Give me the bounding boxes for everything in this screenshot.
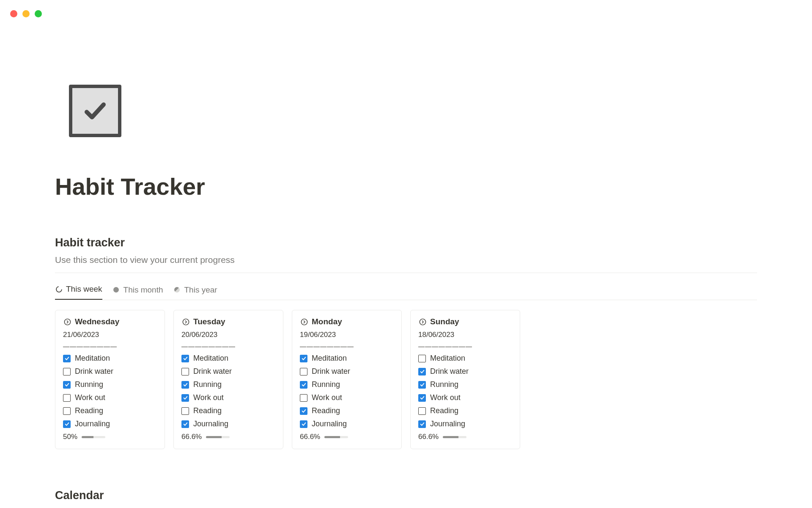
day-card[interactable]: Sunday18/06/2023————————MeditationDrink …: [410, 310, 520, 449]
habit-row: Drink water: [300, 367, 394, 376]
habit-row: Meditation: [418, 354, 512, 363]
habit-checkbox[interactable]: [300, 407, 307, 415]
tab-label: This month: [123, 285, 163, 295]
progress-bar: [443, 436, 466, 438]
habit-checkbox[interactable]: [418, 394, 426, 402]
habit-row: Running: [181, 380, 275, 389]
habit-checkbox[interactable]: [300, 368, 307, 375]
close-window-button[interactable]: [10, 10, 17, 17]
habit-checkbox[interactable]: [181, 407, 189, 415]
habit-checkbox[interactable]: [418, 381, 426, 389]
card-day-name: Tuesday: [193, 317, 225, 326]
card-day-name: Wednesday: [75, 317, 119, 326]
chevron-circle-icon: [300, 318, 308, 326]
habit-row: Work out: [63, 393, 157, 402]
card-date: 21/06/2023: [63, 331, 157, 339]
day-cards-row: Wednesday21/06/2023————————MeditationDri…: [55, 310, 520, 449]
page-icon-checkbox[interactable]: [69, 85, 121, 137]
habit-label: Reading: [75, 406, 103, 415]
habit-label: Journaling: [430, 420, 465, 428]
habit-label: Meditation: [75, 354, 110, 363]
progress-row: 66.6%: [181, 433, 275, 441]
card-day-name: Sunday: [430, 317, 459, 326]
habit-row: Journaling: [63, 420, 157, 428]
habit-label: Work out: [75, 393, 105, 402]
habit-checkbox[interactable]: [300, 420, 307, 428]
habit-row: Reading: [63, 406, 157, 415]
card-day-name: Monday: [312, 317, 342, 326]
habit-checkbox[interactable]: [181, 355, 189, 362]
section-divider: [55, 273, 757, 273]
habit-label: Drink water: [193, 367, 232, 376]
tab-this-year[interactable]: This year: [173, 285, 217, 300]
card-header: Sunday: [418, 317, 512, 326]
tab-label: This week: [66, 284, 102, 294]
tab-this-month[interactable]: This month: [112, 285, 163, 300]
habit-row: Journaling: [181, 420, 275, 428]
habit-label: Reading: [193, 406, 222, 415]
card-date: 18/06/2023: [418, 331, 512, 339]
habit-checkbox[interactable]: [63, 381, 71, 389]
chevron-circle-icon: [181, 318, 190, 326]
habit-label: Meditation: [193, 354, 228, 363]
habit-label: Work out: [193, 393, 224, 402]
card-header: Wednesday: [63, 317, 157, 326]
habit-checkbox[interactable]: [418, 407, 426, 415]
habit-checkbox[interactable]: [63, 407, 71, 415]
circle-icon: [112, 286, 120, 294]
habit-checkbox[interactable]: [300, 381, 307, 389]
progress-fill: [324, 436, 340, 438]
habit-row: Running: [418, 380, 512, 389]
svg-point-3: [301, 319, 307, 325]
minimize-window-button[interactable]: [22, 10, 30, 17]
habit-checkbox[interactable]: [181, 368, 189, 375]
habit-checkbox[interactable]: [300, 355, 307, 362]
day-card[interactable]: Wednesday21/06/2023————————MeditationDri…: [55, 310, 165, 449]
habit-checkbox[interactable]: [181, 420, 189, 428]
habit-row: Drink water: [63, 367, 157, 376]
habit-label: Running: [430, 380, 458, 389]
card-text-divider: ————————: [181, 342, 275, 350]
habit-label: Meditation: [312, 354, 347, 363]
habit-checkbox[interactable]: [63, 368, 71, 375]
habit-label: Reading: [312, 406, 340, 415]
view-tabs: This weekThis monthThis year: [55, 284, 217, 300]
habit-row: Journaling: [300, 420, 394, 428]
habit-row: Work out: [181, 393, 275, 402]
habit-checkbox[interactable]: [181, 394, 189, 402]
progress-bar: [82, 436, 105, 438]
habit-checkbox[interactable]: [63, 394, 71, 402]
habit-label: Drink water: [312, 367, 350, 376]
habit-checkbox[interactable]: [418, 368, 426, 375]
habit-row: Meditation: [63, 354, 157, 363]
habit-row: Work out: [418, 393, 512, 402]
progress-percent: 66.6%: [300, 433, 320, 441]
maximize-window-button[interactable]: [35, 10, 42, 17]
svg-point-0: [56, 287, 62, 292]
habit-row: Running: [300, 380, 394, 389]
tab-this-week[interactable]: This week: [55, 284, 102, 300]
chevron-circle-icon: [418, 318, 427, 326]
card-text-divider: ————————: [300, 342, 394, 350]
window-traffic-lights: [10, 10, 42, 17]
habit-checkbox[interactable]: [300, 394, 307, 402]
habit-label: Journaling: [312, 420, 347, 428]
progress-percent: 66.6%: [181, 433, 202, 441]
habit-row: Journaling: [418, 420, 512, 428]
progress-percent: 50%: [63, 433, 77, 441]
progress-row: 66.6%: [418, 433, 512, 441]
habit-checkbox[interactable]: [418, 420, 426, 428]
progress-fill: [206, 436, 222, 438]
habit-checkbox[interactable]: [63, 355, 71, 362]
card-header: Tuesday: [181, 317, 275, 326]
habit-row: Reading: [300, 406, 394, 415]
progress-percent: 66.6%: [418, 433, 439, 441]
habit-checkbox[interactable]: [181, 381, 189, 389]
habit-row: Drink water: [181, 367, 275, 376]
habit-row: Work out: [300, 393, 394, 402]
day-card[interactable]: Tuesday20/06/2023————————MeditationDrink…: [173, 310, 283, 449]
day-card[interactable]: Monday19/06/2023————————MeditationDrink …: [292, 310, 402, 449]
habit-checkbox[interactable]: [418, 355, 426, 362]
habit-checkbox[interactable]: [63, 420, 71, 428]
page-title[interactable]: Habit Tracker: [55, 173, 205, 200]
